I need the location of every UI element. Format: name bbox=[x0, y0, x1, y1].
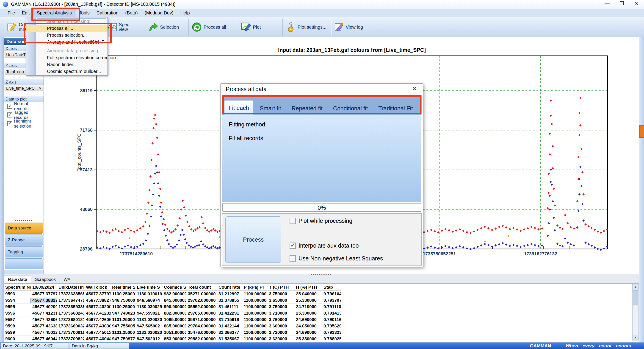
table-cell[interactable]: 45677.450129 bbox=[84, 330, 110, 335]
checkbox-icon[interactable] bbox=[290, 242, 296, 249]
column-header-real-time-s[interactable]: Real time S bbox=[110, 285, 135, 290]
table-cell[interactable]: 1100.000000 bbox=[242, 311, 267, 316]
close-button[interactable]: ✕ bbox=[632, 1, 640, 7]
table-cell[interactable]: 990.000000 bbox=[162, 304, 186, 309]
table-cell[interactable]: 45677.460443 bbox=[84, 336, 110, 341]
table-cell[interactable]: 45677.436381 bbox=[84, 323, 110, 328]
column-header-19-09-2024[interactable]: 19/09/2024 bbox=[31, 285, 57, 290]
menu-item-process-selection[interactable]: Process selection... bbox=[26, 32, 108, 39]
dialog-close-icon[interactable]: ✕ bbox=[410, 85, 419, 93]
table-cell[interactable]: 865.000000 bbox=[162, 323, 186, 328]
table-cell[interactable]: 31.412291 bbox=[217, 311, 242, 316]
table-cell[interactable]: 29784.000000 bbox=[186, 323, 217, 328]
table-cell[interactable]: 31.461111 bbox=[217, 304, 242, 309]
table-cell[interactable]: 45677.460443 bbox=[31, 336, 57, 341]
menu-item-full-spectrum-elevation-correction[interactable]: Full-spectrum elevation correction... bbox=[26, 54, 108, 61]
table-cell[interactable]: 24.710000 bbox=[294, 304, 322, 309]
table-cell[interactable]: 173736890329 bbox=[57, 323, 84, 328]
table-cell[interactable]: 1131.020020 bbox=[135, 317, 162, 322]
table-cell[interactable]: 45677.402009 bbox=[84, 304, 110, 309]
table-cell[interactable]: 947.749023 bbox=[110, 311, 135, 316]
table-cell[interactable]: 1100.000000 bbox=[242, 330, 267, 335]
table-cell[interactable]: 1130.250000 bbox=[110, 291, 135, 296]
column-header-wall-clock[interactable]: Wall clock bbox=[84, 285, 110, 290]
right-scrollbar[interactable] bbox=[639, 37, 644, 342]
column-header-t-c-pth[interactable]: T (C) PTH bbox=[267, 285, 294, 290]
table-cell[interactable]: 35552.000000 bbox=[186, 304, 217, 309]
plot-option-normal-records[interactable]: Normal records bbox=[7, 103, 44, 109]
table-cell[interactable]: 1100.000000 bbox=[242, 336, 267, 341]
table-cell[interactable]: 3.710000 bbox=[267, 311, 294, 316]
table-cell[interactable]: 1065.000000 bbox=[162, 317, 186, 322]
bottom-tab-scrapbook[interactable]: Scrapbook bbox=[31, 276, 60, 283]
table-cell[interactable]: 25.040000 bbox=[294, 291, 322, 296]
dialog-tab-repeated-fit[interactable]: Repeated fit bbox=[288, 102, 327, 115]
table-cell[interactable]: 9600 bbox=[4, 336, 31, 341]
column-header-p-kpa-pt[interactable]: P (kPa) PT bbox=[242, 285, 267, 290]
column-header-count-rate[interactable]: Count rate bbox=[217, 285, 242, 290]
table-cell[interactable]: 24.690000 bbox=[294, 317, 322, 322]
table-cell[interactable]: 3.760000 bbox=[267, 317, 294, 322]
table-cell[interactable]: 3.750000 bbox=[267, 291, 294, 296]
column-header-total-count[interactable]: Total count bbox=[186, 285, 217, 290]
table-cell[interactable]: 29882.000000 bbox=[186, 336, 217, 341]
table-row[interactable]: 959445677.38827917373647472945677.388279… bbox=[4, 297, 341, 303]
table-cell[interactable]: 31.366377 bbox=[217, 330, 242, 335]
table-cell[interactable]: 982.000000 bbox=[162, 291, 186, 296]
dialog-tab-traditional-fit[interactable]: Traditional Fit bbox=[374, 102, 417, 115]
plot-option-highlight-selection[interactable]: Highlight selection bbox=[7, 121, 44, 127]
dialog-tab-fit-each[interactable]: Fit each bbox=[224, 100, 253, 115]
table-cell[interactable]: 947.562012 bbox=[135, 336, 162, 341]
checkbox-icon[interactable] bbox=[7, 104, 12, 109]
menu-item-process-all[interactable]: Process all... bbox=[26, 25, 108, 32]
table-cell[interactable]: 3.650000 bbox=[267, 298, 294, 303]
table-cell[interactable]: 0.788025 bbox=[322, 336, 341, 341]
table-cell[interactable]: 31.378855 bbox=[217, 298, 242, 303]
bottom-tab-wa[interactable]: WA bbox=[60, 276, 74, 283]
table-cell[interactable]: 31.212997 bbox=[217, 291, 242, 296]
table-cell[interactable]: 25.300000 bbox=[294, 311, 322, 316]
table-cell[interactable]: 9594 bbox=[4, 298, 31, 303]
table-cell[interactable]: 0.790116 bbox=[322, 317, 341, 322]
dialog-tab-conditional-fit[interactable]: Conditional fit bbox=[329, 102, 372, 115]
z-axis-select[interactable]: Live_time_SPC∨ bbox=[4, 85, 43, 91]
checkbox-icon[interactable] bbox=[7, 121, 12, 126]
menu-item-edit[interactable]: Edit bbox=[18, 9, 33, 17]
table-row[interactable]: 959845677.43638117373689032945677.436381… bbox=[4, 323, 341, 329]
dialog-option-interpolate-aux-data-too[interactable]: Interpolate aux data too bbox=[290, 242, 359, 249]
table-cell[interactable]: 3.600000 bbox=[267, 323, 294, 328]
toolbar-button-process-all[interactable]: Process all bbox=[190, 19, 234, 35]
table-row[interactable]: 959345677.37797017373638565745677.377970… bbox=[4, 291, 341, 297]
menu-item-radon-finder[interactable]: Radon finder... bbox=[26, 61, 108, 68]
table-cell[interactable]: 173736385657 bbox=[57, 291, 84, 296]
column-header-spectrum-no[interactable]: Spectrum No bbox=[4, 285, 31, 290]
scroll-down-icon[interactable]: ▼ bbox=[632, 335, 638, 340]
table-cell[interactable]: 1130.030029 bbox=[135, 304, 162, 309]
menu-item-tools[interactable]: Tools bbox=[76, 9, 93, 17]
table-cell[interactable]: 173736474729 bbox=[57, 298, 84, 303]
table-cell[interactable]: 45677.426067 bbox=[84, 317, 110, 322]
table-cell[interactable]: 31.432144 bbox=[217, 323, 242, 328]
table-cell[interactable]: 1051.000000 bbox=[162, 330, 186, 335]
menu-item-average-and-fit-selection[interactable]: Average and fit selectionCtrl+F bbox=[26, 39, 108, 46]
accordion-data-source[interactable]: Data source bbox=[5, 223, 43, 234]
table-row[interactable]: 959745677.42606717373680121745677.426067… bbox=[4, 316, 341, 323]
toolbar-button-spec-view[interactable]: Spec view bbox=[106, 19, 140, 35]
table-cell[interactable]: 845.000000 bbox=[162, 298, 186, 303]
table-cell[interactable]: 45677.388279 bbox=[31, 298, 57, 303]
table-cell[interactable]: 0.793323 bbox=[322, 330, 341, 335]
minimize-button[interactable]: — bbox=[603, 1, 611, 7]
table-row[interactable]: 960045677.46044317373709822945677.460443… bbox=[4, 336, 341, 342]
table-cell[interactable]: 25.330000 bbox=[294, 298, 322, 303]
accordion-z-range[interactable]: Z-Range bbox=[5, 234, 43, 245]
checkbox-icon[interactable] bbox=[290, 218, 296, 224]
column-header-cosmics-sp[interactable]: Cosmics SP bbox=[162, 285, 186, 290]
table-cell[interactable]: 31.535667 bbox=[217, 336, 242, 341]
menu-item-file[interactable]: File bbox=[4, 9, 18, 17]
table-cell[interactable]: 25.330000 bbox=[294, 336, 322, 341]
table-cell[interactable]: 947.755005 bbox=[110, 323, 135, 328]
menu-item-help[interactable]: Help bbox=[177, 9, 193, 17]
table-cell[interactable]: 0.791110 bbox=[322, 304, 341, 309]
table-cell[interactable]: 0.793707 bbox=[322, 298, 341, 303]
table-cell[interactable]: 29765.000000 bbox=[186, 311, 217, 316]
